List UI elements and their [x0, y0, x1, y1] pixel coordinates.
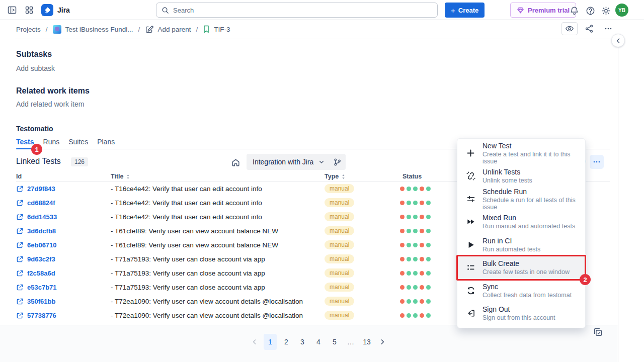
status-dot-fail — [400, 271, 405, 276]
right-panel-divider — [618, 34, 618, 362]
external-link-icon — [16, 213, 24, 221]
gem-icon — [517, 7, 524, 14]
test-id-link[interactable]: cd68824f — [16, 196, 55, 210]
bulk-list-icon — [466, 263, 475, 272]
status-dot-fail — [400, 285, 405, 290]
search-input[interactable] — [173, 7, 432, 14]
search-bar[interactable] — [156, 3, 438, 18]
breadcrumb-projects[interactable]: Projects — [16, 26, 41, 33]
add-related-work-item-button[interactable]: Add related work item — [16, 100, 84, 108]
menu-item-title: New Test — [482, 142, 578, 150]
column-header-type[interactable]: Type — [325, 173, 346, 180]
multi-select-icon[interactable] — [592, 326, 604, 338]
status-dot-pass — [413, 313, 418, 318]
test-id-link[interactable]: 57738776 — [16, 308, 56, 322]
test-status-dots — [400, 294, 431, 308]
jira-logo[interactable] — [41, 4, 53, 16]
premium-trial-button[interactable]: Premium trial — [510, 3, 576, 18]
tab-suites[interactable]: Suites — [68, 138, 88, 149]
breadcrumb-issue-key[interactable]: TIF-3 — [203, 25, 230, 33]
breadcrumb-project[interactable]: Test iBusiness Fundi... — [53, 25, 133, 34]
plus-icon: + — [451, 6, 455, 15]
status-dot-fail — [420, 313, 424, 318]
external-link-icon — [16, 199, 24, 207]
panel-collapse-chevron-icon[interactable] — [611, 34, 625, 47]
test-type-badge: manual — [325, 311, 354, 320]
status-dot-pass — [413, 285, 418, 290]
menu-item-run-in-ci[interactable]: Run in CIRun automated tests — [457, 233, 585, 256]
menu-item-title: Run in CI — [482, 237, 540, 245]
status-dot-pass — [407, 243, 411, 247]
app-switcher-icon[interactable] — [23, 4, 35, 16]
annotation-step-2-badge: 2 — [580, 274, 591, 285]
branch-icon-button[interactable] — [329, 154, 346, 170]
status-dot-pass — [426, 201, 431, 205]
status-dot-pass — [407, 299, 411, 304]
pagination-next-icon[interactable] — [376, 334, 388, 350]
watch-eye-icon[interactable] — [561, 22, 578, 35]
sign-out-icon — [466, 309, 475, 318]
notifications-bell-icon[interactable] — [569, 5, 580, 16]
more-actions-icon[interactable] — [601, 22, 616, 35]
status-dot-pass — [426, 257, 431, 261]
project-avatar-icon — [53, 25, 61, 34]
menu-item-title: Mixed Run — [482, 214, 575, 222]
status-dot-pass — [426, 187, 431, 191]
test-title: - T61cfef89: Verify user can view accoun… — [111, 224, 278, 238]
annotation-step-1-badge: 1 — [31, 144, 42, 155]
test-id-link[interactable]: f2c58a6d — [16, 266, 55, 280]
tab-plans[interactable]: Plans — [97, 138, 115, 149]
external-link-icon — [16, 284, 24, 291]
menu-item-unlink-tests[interactable]: Unlink TestsUnlink some tests — [457, 165, 585, 188]
add-parent-button[interactable]: Add parent — [145, 25, 191, 34]
status-dot-fail — [420, 215, 424, 219]
home-icon[interactable] — [229, 156, 242, 168]
menu-item-mixed-run[interactable]: Mixed RunRun manual and automated tests — [457, 211, 585, 234]
menu-item-new-test[interactable]: New TestCreate a test and link it it to … — [457, 142, 585, 165]
pagination-page-13[interactable]: 13 — [360, 334, 373, 350]
test-id-link[interactable]: 350f61bb — [16, 294, 55, 308]
test-id-link[interactable]: 27d9f843 — [16, 182, 55, 196]
menu-item-schedule-run[interactable]: Schedule RunSchedule a run for all tests… — [457, 188, 585, 211]
project-selector-dropdown[interactable]: Integration with Jira — [247, 154, 331, 170]
settings-gear-icon[interactable] — [600, 5, 611, 16]
pagination-page-5[interactable]: 5 — [328, 334, 341, 350]
column-header-id[interactable]: Id — [16, 173, 22, 180]
user-avatar[interactable]: YB — [615, 4, 628, 17]
menu-item-title: Sign Out — [482, 305, 555, 313]
pagination-page-2[interactable]: 2 — [280, 334, 293, 350]
share-icon[interactable] — [582, 22, 597, 35]
sidebar-toggle-icon[interactable] — [6, 4, 18, 16]
test-status-dots — [400, 238, 431, 252]
test-id-link[interactable]: 3d6dcfb8 — [16, 224, 56, 238]
test-status-dots — [400, 182, 431, 196]
breadcrumb-separator: / — [196, 26, 198, 33]
create-button[interactable]: +Create — [445, 3, 485, 18]
test-id-link[interactable]: e53c7b71 — [16, 280, 57, 294]
pagination-page-1[interactable]: 1 — [264, 334, 277, 350]
status-dot-pass — [407, 285, 411, 290]
pagination-prev-icon[interactable] — [249, 334, 261, 350]
breadcrumb-separator: / — [46, 26, 48, 33]
status-dot-pass — [413, 243, 418, 247]
pagination-page-4[interactable]: 4 — [312, 334, 325, 350]
search-icon — [162, 7, 169, 14]
test-id-link[interactable]: 6eb06710 — [16, 238, 57, 252]
linked-tests-label: Linked Tests — [16, 157, 61, 166]
tab-runs[interactable]: Runs — [43, 138, 60, 149]
breadcrumb: Projects / Test iBusiness Fundi... / Add… — [16, 23, 230, 35]
help-icon[interactable] — [585, 5, 596, 16]
menu-item-bulk-create[interactable]: Bulk CreateCreate few tests in one windo… — [457, 256, 585, 280]
menu-item-sign-out[interactable]: Sign OutSign out from this account — [457, 302, 585, 325]
linked-tests-count-badge: 126 — [71, 157, 88, 166]
sliders-icon — [466, 195, 475, 204]
column-header-title[interactable]: Title — [111, 173, 131, 180]
menu-item-sync[interactable]: SyncCollect fresh data from testomat — [457, 279, 585, 302]
add-subtask-button[interactable]: Add subtask — [16, 64, 55, 72]
status-dot-pass — [407, 257, 411, 261]
tests-more-menu-button[interactable] — [590, 155, 604, 169]
pagination-page-3[interactable]: 3 — [296, 334, 309, 350]
test-id-link[interactable]: 9d63c2f3 — [16, 252, 55, 266]
test-id-link[interactable]: 6dd14533 — [16, 210, 57, 224]
header-divider — [15, 39, 610, 39]
